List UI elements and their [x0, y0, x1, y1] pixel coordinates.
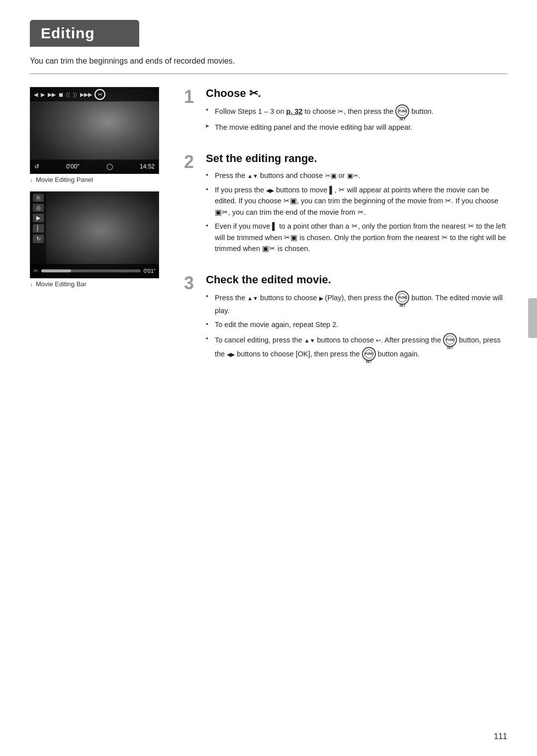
bar-label: Movie Editing Bar — [36, 280, 87, 288]
movie-screenshot-1: ◀ ▶ ▶▶ ◼ 〈〈 〉〉 ▶▶▶ ✂ ↺ 0'00" ◯ 14:52 — [30, 87, 159, 174]
trim-left-ref: ✂▣ — [325, 172, 337, 179]
prev-btn: ◀ — [34, 91, 38, 98]
step-2-bullets: Press the ▲▼ buttons and choose ✂▣ or ▣✂… — [206, 170, 507, 254]
func-set-btn-2: FUNCSET — [395, 291, 409, 305]
step-3: 3 Check the edited movie. Press the ▲▼ b… — [184, 273, 507, 364]
time-start: 0'00" — [66, 163, 80, 170]
func-set-inner-1: FUNCSET — [398, 107, 407, 116]
page: Editing You can trim the beginnings and … — [0, 0, 537, 756]
page-number: 111 — [494, 732, 507, 741]
play-btn: ▶ — [41, 91, 45, 98]
scissors-ref-2: ✂ — [339, 186, 345, 194]
step-3-bullet-3: To cancel editing, press the ▲▼ buttons … — [206, 334, 507, 361]
step-2: 2 Set the editing range. Press the ▲▼ bu… — [184, 152, 507, 257]
movie-screenshot-2: ⎘ ⎙ ▶ ⎜ ↻ ✂ 0'01" — [30, 191, 159, 278]
step-3-content: Check the edited movie. Press the ▲▼ but… — [206, 273, 507, 364]
up-down-icon-3: ▲▼ — [304, 337, 315, 343]
scissors-ref-6: ✂ — [468, 222, 474, 230]
scissors-ref-7: ✂ — [442, 234, 448, 242]
trim-right-ref: ▣✂ — [347, 172, 358, 179]
clock-icon: ◯ — [106, 163, 113, 170]
right-column: 1 Choose ✂. Follow Steps 1 – 3 on p. 32 … — [184, 87, 507, 380]
step-1-content: Choose ✂. Follow Steps 1 – 3 on p. 32 to… — [206, 87, 507, 136]
trim-right-ref-3: ▣✂ — [262, 245, 275, 252]
editing-bar-bottom: ✂ 0'01" — [30, 264, 159, 278]
bar-time: 0'01" — [144, 268, 156, 274]
left-right-icon-2: ◀▶ — [227, 351, 235, 357]
scissors-ref-1: ✂ — [338, 107, 344, 115]
step-1-bullet-1: Follow Steps 1 – 3 on p. 32 to choose ✂,… — [206, 105, 507, 119]
step-1: 1 Choose ✂. Follow Steps 1 – 3 on p. 32 … — [184, 87, 507, 136]
step-1-title: Choose ✂. — [206, 87, 507, 100]
page-link: p. 32 — [286, 107, 302, 115]
scissors-icon: ✂ — [249, 87, 258, 99]
side-icon-5: ↻ — [33, 235, 44, 243]
step-2-bullet-3: Even if you move ▌ to a point other than… — [206, 221, 507, 254]
step-2-content: Set the editing range. Press the ▲▼ butt… — [206, 152, 507, 257]
next-frame-btn: ▶▶ — [48, 91, 56, 98]
scissors-ref-3: ✂ — [445, 197, 451, 205]
undo-icon-ref: ↩ — [376, 337, 381, 344]
step-2-bullet-2: If you press the ◀▶ buttons to move ▌, ✂… — [206, 184, 507, 218]
func-set-inner-2: FUNCSET — [398, 293, 407, 302]
side-tab — [528, 298, 537, 338]
up-down-icon-2: ▲▼ — [247, 295, 258, 301]
step-1-title-text: Choose — [206, 87, 249, 99]
step-2-title: Set the editing range. — [206, 152, 507, 165]
up-down-icon-1: ▲▼ — [247, 173, 258, 179]
step-1-bullet-2: The movie editing panel and the movie ed… — [206, 122, 507, 133]
rotate-icon: ↺ — [34, 163, 39, 170]
scissors-mark: ✂ — [33, 267, 38, 274]
step-1-number: 1 — [184, 88, 198, 106]
transport-controls: ◀ ▶ ▶▶ ◼ 〈〈 〉〉 ▶▶▶ ✂ — [30, 87, 159, 101]
panel-label: Movie Editing Panel — [36, 176, 93, 183]
func-set-btn-4: FUNCSET — [362, 347, 376, 361]
trim-left-ref-3: ✂▣ — [284, 234, 297, 242]
title-bar: Editing — [30, 20, 139, 47]
trim-right-ref-2: ▣✂ — [215, 208, 228, 216]
scissors-circle-btn: ✂ — [94, 89, 105, 100]
func-set-inner-4: FUNCSET — [364, 349, 373, 358]
side-icon-2: ⎙ — [33, 204, 44, 212]
side-icon-4: ⎜ — [33, 224, 44, 233]
play-icon-ref: ▶ — [319, 295, 323, 301]
fast-fwd-btn: ▶▶▶ — [80, 91, 92, 98]
bar-label-line: ↓ Movie Editing Bar — [30, 280, 169, 288]
left-right-icon-1: ◀▶ — [266, 187, 274, 193]
progress-fill — [41, 269, 71, 272]
step-1-bullets: Follow Steps 1 – 3 on p. 32 to choose ✂,… — [206, 105, 507, 133]
page-title: Editing — [41, 25, 128, 42]
time-overlay: ↺ 0'00" ◯ 14:52 — [30, 160, 159, 173]
side-icon-3: ▶ — [33, 214, 44, 222]
time-total: 14:52 — [140, 163, 155, 170]
step-2-number: 2 — [184, 153, 198, 171]
func-set-btn-1: FUNCSET — [395, 104, 409, 118]
side-icon-1: ⎘ — [33, 194, 44, 202]
subtitle: You can trim the beginnings and ends of … — [30, 57, 507, 66]
step-3-number: 3 — [184, 274, 198, 292]
step-3-title: Check the edited movie. — [206, 273, 507, 286]
step-1-period: . — [258, 87, 261, 99]
trim-left-ref-2: ✂▣ — [283, 197, 297, 205]
left-column: ◀ ▶ ▶▶ ◼ 〈〈 〉〉 ▶▶▶ ✂ ↺ 0'00" ◯ 14:52 — [30, 87, 169, 289]
func-set-inner-3: FUNCSET — [446, 336, 454, 344]
cursor-ref-1: ▌ — [329, 186, 334, 194]
label-arrow-1: ↓ — [30, 176, 33, 183]
skip-btn: ◼ — [59, 91, 63, 98]
slow-btn: 〈〈 — [66, 91, 70, 98]
step-3-bullet-1: Press the ▲▼ buttons to choose ▶ (Play),… — [206, 291, 507, 316]
label-arrow-2: ↓ — [30, 281, 33, 288]
ff-btn: 〉〉 — [73, 91, 77, 98]
func-set-btn-3: FUNCSET — [443, 333, 457, 347]
scissors-ref-4: ✂ — [358, 208, 364, 216]
step-2-bullet-1: Press the ▲▼ buttons and choose ✂▣ or ▣✂… — [206, 170, 507, 181]
divider — [30, 74, 507, 74]
step-3-bullet-2: To edit the movie again, repeat Step 2. — [206, 319, 507, 330]
cursor-ref-2: ▌ — [272, 222, 277, 230]
scissors-ref-5: ✂ — [352, 222, 358, 230]
step-3-bullets: Press the ▲▼ buttons to choose ▶ (Play),… — [206, 291, 507, 361]
panel-label-line: ↓ Movie Editing Panel — [30, 176, 169, 183]
progress-bar — [41, 269, 141, 272]
main-content: ◀ ▶ ▶▶ ◼ 〈〈 〉〉 ▶▶▶ ✂ ↺ 0'00" ◯ 14:52 — [30, 87, 507, 380]
